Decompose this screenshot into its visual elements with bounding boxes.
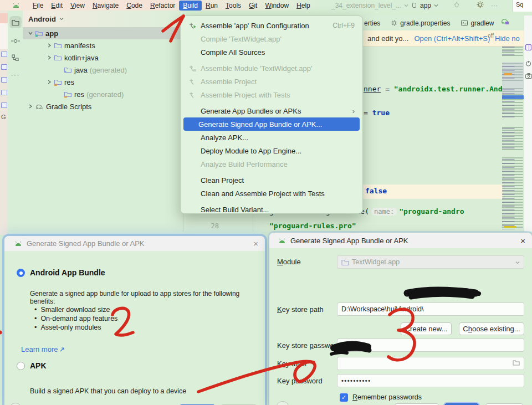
close-icon[interactable]: × — [520, 237, 525, 245]
running-devices-icon[interactable] — [525, 44, 531, 50]
editor-minimap[interactable] — [502, 47, 525, 229]
folder-icon — [1, 64, 7, 70]
device-icon — [411, 2, 417, 8]
banner-open-link[interactable]: Open (Ctrl+Alt+Shift+S) — [414, 34, 490, 43]
resources-folder-icon — [64, 91, 72, 98]
generate-signed-bundle-dialog-step2: Generate Signed App Bundle or APK × Modu… — [269, 233, 532, 405]
menu-item-assemble-module[interactable]: Assemble Module 'TextWidget.app' — [181, 61, 362, 75]
tree-item-java-generated[interactable]: * java (generated) — [23, 64, 183, 76]
menu-item-generate-signed-bundle[interactable]: Generate Signed App Bundle or APK... — [183, 117, 360, 131]
overlapping-window-fragment: Sq — [513, 0, 532, 12]
parameter-hint: name: — [371, 208, 397, 216]
svg-text:*: * — [65, 70, 66, 74]
help-icon[interactable]: ? — [9, 403, 22, 405]
tree-item-manifests[interactable]: manifests — [23, 39, 183, 52]
menu-window[interactable]: Window — [261, 1, 293, 11]
menu-edit[interactable]: Edit — [47, 1, 66, 11]
dialog-title: Generate Signed App Bundle or APK — [27, 239, 145, 248]
chevron-down-icon — [404, 4, 408, 7]
radio-android-app-bundle[interactable] — [17, 269, 25, 277]
bullet-icon: • — [34, 314, 37, 323]
menu-item-select-build-variant[interactable]: Select Build Variant... — [181, 203, 362, 216]
key-password-field[interactable]: •••••••••• — [337, 374, 524, 387]
menu-item-assemble-project[interactable]: Assemble Project — [181, 75, 362, 88]
power-icon[interactable] — [525, 60, 531, 66]
dialog-title-bar[interactable]: Generate Signed App Bundle or APK × — [4, 236, 265, 251]
app-module-folder-icon — [35, 30, 43, 37]
menu-git[interactable]: Git — [245, 1, 261, 11]
radio-apk[interactable] — [17, 362, 25, 370]
tab-gradle-properties[interactable]: gradle.properties — [386, 16, 456, 30]
run-configuration-selector[interactable]: _34_extension_level_... — [331, 2, 408, 9]
benefit-item: •Asset-only modules — [34, 323, 117, 332]
debug-bug-icon[interactable] — [453, 1, 460, 9]
key-alias-field[interactable] — [337, 357, 524, 370]
module-field[interactable]: TextWidget.app — [337, 255, 524, 269]
more-tools-icon[interactable]: ··· — [9, 68, 22, 80]
chevron-collapsed-icon[interactable] — [45, 43, 54, 48]
menu-item-analyze-build-performance[interactable]: Analyze Build Performance — [181, 157, 362, 171]
menu-navigate[interactable]: Navigate — [89, 1, 122, 11]
device-selector[interactable]: app — [411, 2, 438, 9]
submenu-arrow-icon: › — [352, 107, 355, 115]
menu-help[interactable]: Help — [293, 1, 314, 11]
menu-run[interactable]: Run — [202, 1, 222, 11]
menu-item-generate-app-bundles[interactable]: Generate App Bundles or APKs › — [181, 104, 362, 117]
chevron-collapsed-icon[interactable] — [26, 104, 35, 109]
bundle-option-label[interactable]: Android App Bundle — [30, 268, 105, 277]
tree-item-gradle-scripts[interactable]: Gradle Scripts — [23, 100, 183, 112]
banner-hide-link[interactable]: Hide no — [495, 34, 520, 43]
apk-option-label[interactable]: APK — [30, 361, 47, 370]
menu-item-clean-project[interactable]: Clean Project — [181, 173, 362, 187]
gradle-sync-icon[interactable] — [500, 17, 509, 24]
commit-tool-icon[interactable] — [9, 35, 22, 47]
choose-existing-button[interactable]: Choose existing... — [459, 322, 524, 335]
module-label: Module — [277, 258, 301, 266]
menu-item-compile-all-sources[interactable]: Compile All Sources — [181, 45, 362, 59]
key-store-password-field[interactable]: •••••••••• — [337, 339, 524, 352]
menu-file[interactable]: File — [29, 1, 47, 11]
chevron-expanded-icon[interactable] — [26, 31, 35, 35]
help-icon[interactable]: ? — [276, 401, 289, 405]
chevron-collapsed-icon[interactable] — [45, 55, 54, 60]
menu-item-compile-textwidget[interactable]: Compile 'TextWidget.app' — [181, 32, 362, 45]
camera-icon[interactable] — [525, 73, 532, 79]
remember-passwords-checkbox[interactable]: ✓ — [340, 393, 348, 402]
menu-item-deploy-app-engine[interactable]: Deploy Module to App Engine... — [181, 144, 362, 157]
tree-item-app[interactable]: app — [23, 27, 183, 39]
menu-refactor[interactable]: Refactor — [146, 1, 179, 11]
menu-build[interactable]: Build — [179, 1, 202, 11]
background-window-edge: G — [0, 11, 8, 235]
inspection-widget-label: off — [488, 33, 494, 39]
android-icon — [278, 238, 286, 244]
more-options-icon[interactable]: ··· — [491, 2, 498, 9]
settings-gear-icon[interactable] — [477, 1, 484, 10]
remember-passwords-label[interactable]: Remember passwords — [352, 393, 422, 401]
tree-item-res-generated[interactable]: res (generated) — [23, 88, 183, 100]
tab-gradlew[interactable]: gradlew — [456, 16, 499, 30]
bundle-description: Generate a signed app bundle for upload … — [30, 290, 263, 305]
project-view-selector[interactable]: Android — [23, 11, 183, 27]
dialog-title: Generate Signed App Bundle or APK — [290, 237, 408, 245]
menu-code[interactable]: Code — [122, 1, 146, 11]
menu-item-clean-assemble-tests[interactable]: Clean and Assemble Project with Tests — [181, 187, 362, 200]
project-tool-icon[interactable] — [9, 16, 22, 28]
tree-item-kotlin-java[interactable]: kotlin+java — [23, 52, 183, 64]
tree-item-res[interactable]: res — [23, 76, 183, 88]
create-new-button[interactable]: Create new... — [401, 322, 452, 335]
menu-tools[interactable]: Tools — [222, 1, 245, 11]
chevron-collapsed-icon[interactable] — [45, 80, 54, 84]
menu-item-assemble-run-config[interactable]: Assemble 'app' Run Configuration Ctrl+F9 — [181, 19, 362, 32]
folder-browse-icon[interactable] — [513, 360, 520, 367]
structure-tool-icon[interactable] — [9, 52, 22, 64]
benefit-item: •On-demand app features — [34, 314, 117, 323]
key-store-path-field[interactable]: D:\Workspace\hui\Android\ — [337, 303, 524, 316]
android-studio-window: File Edit View Navigate Code Refactor Bu… — [0, 0, 532, 405]
learn-more-link[interactable]: Learn more — [21, 345, 64, 353]
dialog-title-bar[interactable]: Generate Signed App Bundle or APK × — [269, 233, 532, 248]
menu-view[interactable]: View — [66, 1, 89, 11]
line-number: 28 — [206, 222, 219, 230]
close-icon[interactable]: × — [253, 239, 258, 248]
menu-item-assemble-project-tests[interactable]: Assemble Project with Tests — [181, 88, 362, 101]
menu-item-analyze-apk[interactable]: Analyze APK... — [181, 131, 362, 144]
